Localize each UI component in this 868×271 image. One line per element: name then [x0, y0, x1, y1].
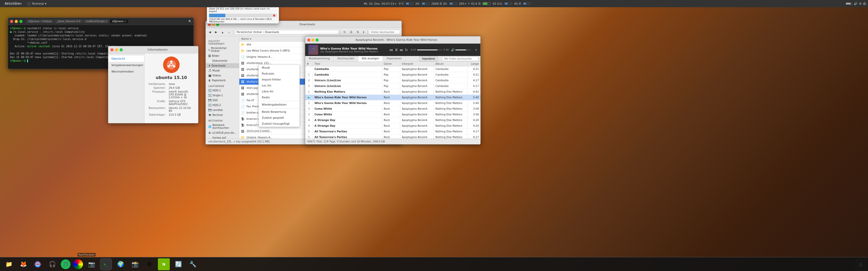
- terminal-minimize-button[interactable]: [15, 20, 18, 23]
- table-row[interactable]: Cambodia Pop Apoptygma Berzerk Cambodia …: [305, 66, 480, 72]
- context-item-zuletzt-gespielt[interactable]: Zuletzt gespielt: [259, 115, 300, 121]
- music-search-input[interactable]: [442, 57, 478, 61]
- music-col-album-header[interactable]: Album: [434, 62, 467, 66]
- table-row[interactable]: 5 All Tomorrow's Parties Rock Apoptygma …: [305, 129, 480, 134]
- fm-sidebar-item-single1[interactable]: 💽 Single-1: [206, 93, 239, 98]
- music-next-button[interactable]: ⏭: [400, 48, 403, 52]
- taskbar-icon-screenshot[interactable]: 📸: [129, 258, 141, 270]
- taskbar-icon-update[interactable]: 🔄: [173, 258, 184, 270]
- activities-button[interactable]: Aktivitäten: [2, 2, 24, 5]
- table-row[interactable]: 2 Who's Gonna Ride Your Wild Horses Rock…: [305, 100, 480, 106]
- taskbar-icon-firefox[interactable]: 🦊: [17, 258, 29, 270]
- context-item-librefm[interactable]: Libre.fm: [259, 89, 300, 95]
- music-progress-bar[interactable]: [417, 49, 442, 50]
- context-item-radio[interactable]: Radio: [259, 95, 300, 100]
- table-row[interactable]: 5 All Tomorrow's Parties Rock Apoptygma …: [305, 134, 480, 139]
- table-row[interactable]: 3 Unicorn (Live)Live Pop Apoptygma Berze…: [305, 83, 480, 89]
- fm-refresh-button[interactable]: ↻: [342, 30, 347, 34]
- fm-forward-button[interactable]: ▶: [213, 30, 219, 34]
- fm-sidebar-item-images[interactable]: 🖼 Bilder: [206, 54, 239, 58]
- terminal-tab-2[interactable]: _igme_Heaven-4.0: [54, 20, 83, 23]
- music-col-num-header[interactable]: #: [305, 62, 313, 66]
- context-item-locfm[interactable]: Loc.fm: [259, 82, 300, 89]
- fm-sidebar-item-downloads[interactable]: ⬇ Downloads: [206, 63, 239, 68]
- terminal-tab-active[interactable]: sf@neox:~: [110, 20, 128, 23]
- fm-sidebar-item-hdd2[interactable]: 💽 HDD-2: [206, 103, 239, 108]
- context-item-import-fehler[interactable]: Import-Fehler: [259, 77, 300, 82]
- power-icon[interactable]: ⏻: [863, 2, 866, 5]
- fm-sidebar-item-ramdisk[interactable]: 💾 ramdisk: [206, 108, 239, 112]
- context-item-musik[interactable]: Musik: [259, 65, 300, 71]
- table-row[interactable]: 3 Coma White Rock Apoptygma Berzerk Noth…: [305, 112, 480, 117]
- taskbar-icon-spotify[interactable]: 🎵: [61, 259, 70, 269]
- fm-sidebar-item-hdd1[interactable]: 💽 HDD-1: [206, 88, 239, 93]
- fm-sidebar-item-network[interactable]: 🌐 Netzwerk durchsuchen: [206, 123, 239, 130]
- taskbar-icon-terminal[interactable]: >_: [100, 258, 112, 270]
- table-row[interactable]: 2 Unicorn (Live)Live Pop Apoptygma Berze…: [305, 78, 480, 83]
- context-item-podcasts[interactable]: Podcasts: [259, 71, 300, 77]
- fm-breadcrumb[interactable]: Persönlicher Ordner › Downloads: [235, 30, 339, 34]
- fm-sidebar-item-ssd[interactable]: 💾 SSD: [206, 98, 239, 103]
- taskbar-icon-network[interactable]: 🌍: [115, 258, 126, 270]
- settings-icon[interactable]: ⚙: [859, 2, 862, 5]
- fm-home-button[interactable]: ⌂: [227, 30, 231, 34]
- fm-sidebar-item-u116[interactable]: 🖥 u116018.your.do...: [206, 130, 239, 135]
- sysinfo-tab-defaults[interactable]: Vorgabeanwendungen: [108, 62, 144, 68]
- taskbar-icon-colorpicker[interactable]: [73, 259, 83, 269]
- music-max-button[interactable]: [315, 38, 319, 41]
- fm-info-button[interactable]: ℹ: [362, 30, 366, 34]
- context-item-wiedergabe[interactable]: Wiedergabelisten: [259, 102, 300, 108]
- terminal-close-button[interactable]: [10, 20, 13, 23]
- music-volume-bar[interactable]: [455, 49, 471, 50]
- fm-back-button[interactable]: ◀: [207, 30, 212, 34]
- sysinfo-min-button[interactable]: [115, 48, 118, 52]
- taskbar-icon-headphones[interactable]: 🎧: [46, 258, 58, 270]
- terminal-maximize-button[interactable]: [20, 20, 23, 23]
- fm-sidebar-item-music[interactable]: 🎵 Musik: [206, 68, 239, 73]
- music-tab-importieren[interactable]: Importieren: [383, 56, 406, 61]
- music-pause-button[interactable]: ⏸: [395, 48, 398, 52]
- sysinfo-close-button[interactable]: [110, 48, 114, 52]
- volume-icon[interactable]: 🔊: [451, 48, 455, 52]
- music-min-button[interactable]: [311, 38, 314, 41]
- taskbar-icon-app[interactable]: 🔧: [187, 258, 199, 270]
- fm-sidebar-item-horses[interactable]: 📁 horses auf polaris-...: [206, 135, 239, 139]
- music-window-close-icon[interactable]: ✕: [475, 48, 477, 52]
- table-row[interactable]: 4 A Strange Day Rock Apoptygma Berzerk N…: [305, 117, 480, 123]
- music-repeat-button[interactable]: ↻: [405, 48, 408, 52]
- terminal-tab-1[interactable]: sf@neox:~/Videos: [26, 20, 54, 23]
- music-prev-button[interactable]: ⏮: [390, 48, 393, 52]
- taskbar-icon-files[interactable]: 📁: [3, 258, 15, 270]
- music-col-genre-header[interactable]: Genre: [382, 62, 400, 66]
- table-row[interactable]: 1 Nothing Else Matters Rock Apoptygma Be…: [305, 89, 480, 95]
- terminal-tab-3[interactable]: .meBard/Single-1: [83, 20, 109, 23]
- fm-sidebar-item-trash[interactable]: 🗑 Papierkorb: [206, 78, 239, 83]
- music-col-artist-header[interactable]: Interpret: [400, 62, 434, 66]
- fm-sidebar-item-documents[interactable]: 📄 Dokumente: [206, 58, 239, 63]
- context-item-zuletzt-hinzugefuegt[interactable]: Zuletzt hinzugefügt: [259, 121, 300, 127]
- music-tab-alle-anzeigen[interactable]: Alle anzeigen: [358, 56, 383, 61]
- taskbar-icon-rawtherapee[interactable]: 📷: [86, 258, 97, 270]
- table-row[interactable]: 3 Coma White Rock Apoptygma Berzerk Noth…: [305, 106, 480, 112]
- music-col-duration-header[interactable]: Länge: [467, 62, 480, 66]
- music-tab-musiksammlung[interactable]: Musiksammlung: [305, 56, 334, 61]
- music-tab-durchsuchen[interactable]: Durchsuchen: [334, 56, 358, 61]
- fm-search-input[interactable]: [369, 30, 400, 34]
- context-item-beste[interactable]: Beste Bewertung: [259, 109, 300, 115]
- sound-icon[interactable]: 🔊: [854, 2, 858, 5]
- sysinfo-max-button[interactable]: [120, 48, 123, 52]
- fm-sort-button[interactable]: ⇅: [355, 30, 361, 34]
- music-import-button[interactable]: Importieren: [419, 56, 438, 61]
- fm-sidebar-item-videos[interactable]: 🎬 Videos: [206, 73, 239, 78]
- fm-view-button[interactable]: ☰: [348, 30, 354, 34]
- table-row[interactable]: 1 Cambodia Pop Apoptygma Berzerk Cambodi…: [305, 72, 480, 78]
- taskbar-icon-settings[interactable]: ⚙: [144, 258, 155, 270]
- terminal-button[interactable]: ⬛ Terminal ▾: [25, 2, 48, 5]
- fm-up-button[interactable]: ▲: [220, 30, 225, 34]
- fm-sidebar-item-rechner[interactable]: 💻 Rechner: [206, 112, 239, 117]
- music-close-button[interactable]: [307, 38, 310, 41]
- table-row[interactable]: 4 A Strange Day Rock Apoptygma Berzerk N…: [305, 123, 480, 129]
- sysinfo-tab-removable[interactable]: Wechselmedien: [108, 68, 144, 75]
- sysinfo-tab-overview[interactable]: Übersicht: [108, 56, 144, 62]
- music-col-title-header[interactable]: Titel: [313, 62, 382, 66]
